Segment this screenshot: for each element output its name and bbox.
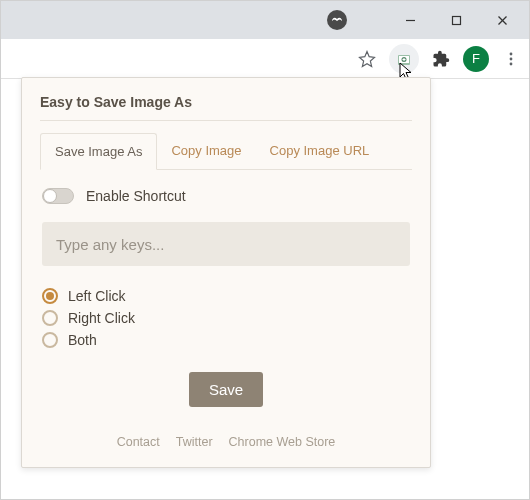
bookmark-star-icon[interactable] xyxy=(353,45,381,73)
popup-title: Easy to Save Image As xyxy=(40,94,412,121)
extension-button[interactable] xyxy=(389,44,419,74)
toggle-knob xyxy=(43,189,57,203)
enable-shortcut-toggle[interactable] xyxy=(42,188,74,204)
radio-icon xyxy=(42,288,58,304)
footer-contact-link[interactable]: Contact xyxy=(117,435,160,449)
shortcut-key-input[interactable] xyxy=(42,222,410,266)
footer-twitter-link[interactable]: Twitter xyxy=(176,435,213,449)
close-button[interactable] xyxy=(479,5,525,35)
save-button[interactable]: Save xyxy=(189,372,263,407)
avatar-letter: F xyxy=(472,51,480,66)
option-label: Left Click xyxy=(68,288,126,304)
option-label: Right Click xyxy=(68,310,135,326)
profile-avatar[interactable]: F xyxy=(463,46,489,72)
kebab-menu-icon[interactable] xyxy=(497,45,525,73)
incognito-icon xyxy=(327,10,347,30)
maximize-button[interactable] xyxy=(433,5,479,35)
tab-copy-image-url[interactable]: Copy Image URL xyxy=(256,133,384,169)
popup-tabs: Save Image As Copy Image Copy Image URL xyxy=(40,133,412,170)
click-options: Left Click Right Click Both xyxy=(42,288,410,348)
option-label: Both xyxy=(68,332,97,348)
radio-icon xyxy=(42,310,58,326)
option-right-click[interactable]: Right Click xyxy=(42,310,410,326)
extensions-puzzle-icon[interactable] xyxy=(427,45,455,73)
minimize-button[interactable] xyxy=(387,5,433,35)
tab-panel: Enable Shortcut Left Click Right Click B… xyxy=(40,170,412,453)
extension-popup: Easy to Save Image As Save Image As Copy… xyxy=(21,77,431,468)
svg-rect-1 xyxy=(452,16,460,24)
svg-point-9 xyxy=(510,62,513,65)
tab-save-image-as[interactable]: Save Image As xyxy=(40,133,157,170)
enable-shortcut-row: Enable Shortcut xyxy=(42,188,410,204)
svg-point-8 xyxy=(510,57,513,60)
option-both[interactable]: Both xyxy=(42,332,410,348)
radio-icon xyxy=(42,332,58,348)
browser-toolbar: F xyxy=(1,39,529,79)
window-titlebar xyxy=(1,1,529,39)
enable-shortcut-label: Enable Shortcut xyxy=(86,188,186,204)
footer-links: Contact Twitter Chrome Web Store xyxy=(42,435,410,449)
tab-copy-image[interactable]: Copy Image xyxy=(157,133,255,169)
option-left-click[interactable]: Left Click xyxy=(42,288,410,304)
svg-point-7 xyxy=(510,52,513,55)
footer-webstore-link[interactable]: Chrome Web Store xyxy=(229,435,336,449)
